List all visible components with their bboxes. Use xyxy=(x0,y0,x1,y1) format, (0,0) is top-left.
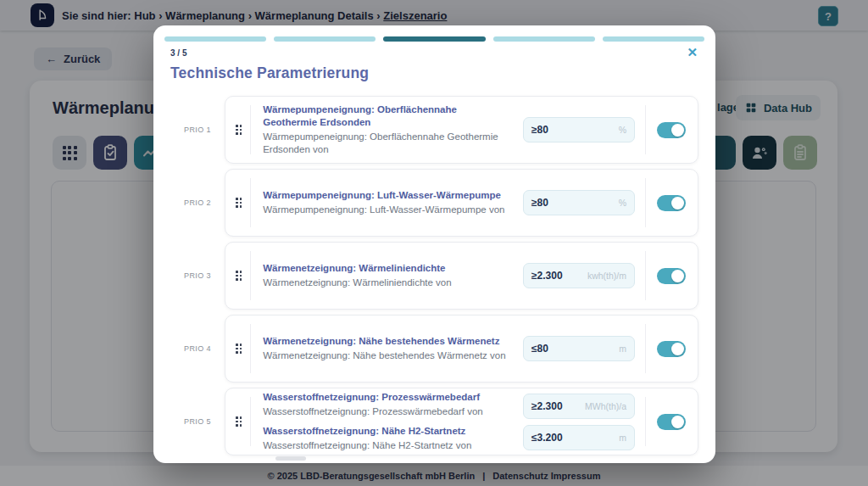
card-divider xyxy=(645,397,646,446)
parameter-text: Wärmenetzeignung: WärmeliniendichteWärme… xyxy=(251,262,523,289)
toggle-knob xyxy=(671,416,684,428)
progress-segment xyxy=(274,36,376,42)
handle-dot xyxy=(240,198,242,200)
parameter-card: Wärmepumpeneignung: Luft-Wasser-Wärmepum… xyxy=(225,169,698,237)
progress-segment xyxy=(164,36,266,42)
parameter-group: Wärmepumpeneignung: Oberflächennahe Geot… xyxy=(263,103,511,157)
handle-dot xyxy=(240,421,242,423)
threshold-input[interactable]: ≤80m xyxy=(523,336,635,361)
handle-dot xyxy=(236,202,238,204)
handle-dot xyxy=(240,278,242,281)
drag-handle-icon[interactable] xyxy=(236,125,242,135)
handle-dot xyxy=(236,344,238,346)
parameter-text: Wärmepumpeneignung: Oberflächennahe Geot… xyxy=(251,103,523,157)
handle-dot xyxy=(240,205,242,208)
threshold-value: ≥2.300 xyxy=(531,270,563,282)
handle-dot xyxy=(236,198,238,200)
card-divider xyxy=(645,178,646,227)
parameter-subtitle: Wärmepumpeneignung: Luft-Wasser-Wärmepum… xyxy=(263,204,511,216)
threshold-unit: kwh(th)/m xyxy=(587,271,626,281)
threshold-unit: m xyxy=(619,344,626,354)
parameter-inputs: ≥2.300kwh(th)/m xyxy=(523,263,635,288)
parameter-card: Wärmenetzeignung: WärmeliniendichteWärme… xyxy=(225,242,698,310)
handle-dot xyxy=(240,271,242,273)
toggle-switch[interactable] xyxy=(657,122,686,138)
threshold-unit: m xyxy=(619,433,626,443)
parameter-row: PRIO 2Wärmepumpeneignung: Luft-Wasser-Wä… xyxy=(170,169,698,237)
toggle-switch[interactable] xyxy=(657,268,686,284)
toggle-switch[interactable] xyxy=(657,341,686,357)
scrollbar-thumb[interactable] xyxy=(275,456,306,461)
threshold-value: ≥2.300 xyxy=(531,400,563,412)
threshold-value: ≥80 xyxy=(531,124,548,136)
parameter-subtitle: Wasserstoffnetzeignung: Nähe H2-Startnet… xyxy=(263,439,511,452)
parameter-group: Wärmepumpeneignung: Luft-Wasser-Wärmepum… xyxy=(263,189,511,216)
card-divider xyxy=(645,324,646,373)
threshold-input[interactable]: ≥2.300MWh(th)/a xyxy=(523,394,635,419)
parameter-title: Wasserstoffnetzeignung: Prozesswärmebeda… xyxy=(263,391,511,404)
handle-dot xyxy=(240,275,242,277)
prio-label: PRIO 5 xyxy=(170,417,225,426)
drag-handle-icon[interactable] xyxy=(236,271,242,281)
handle-dot xyxy=(240,416,242,419)
parameter-group: Wärmenetzeignung: WärmeliniendichteWärme… xyxy=(263,262,511,289)
handle-dot xyxy=(236,278,238,281)
handle-dot xyxy=(240,424,242,427)
handle-dot xyxy=(240,129,242,131)
parameter-card: Wärmenetzeignung: Nähe bestehendes Wärme… xyxy=(225,315,698,383)
handle-dot xyxy=(240,351,242,354)
handle-dot xyxy=(236,424,238,427)
prio-label: PRIO 4 xyxy=(170,344,225,353)
handle-dot xyxy=(236,125,238,127)
parameter-row: PRIO 5Wasserstoffnetzeignung: Prozesswär… xyxy=(170,388,698,455)
threshold-input[interactable]: ≥80% xyxy=(523,117,635,142)
parameter-row: PRIO 4Wärmenetzeignung: Nähe bestehendes… xyxy=(170,315,698,383)
toggle-switch[interactable] xyxy=(657,195,686,211)
threshold-input[interactable]: ≤3.200m xyxy=(523,425,635,450)
parameter-card: Wärmepumpeneignung: Oberflächennahe Geot… xyxy=(225,96,698,164)
handle-dot xyxy=(240,344,242,346)
toggle-switch[interactable] xyxy=(657,414,686,430)
drag-handle-icon[interactable] xyxy=(236,198,242,208)
threshold-value: ≤3.200 xyxy=(531,432,563,444)
parameter-row: PRIO 1Wärmepumpeneignung: Oberflächennah… xyxy=(170,96,698,164)
handle-dot xyxy=(236,351,238,354)
prio-label: PRIO 2 xyxy=(170,198,225,207)
step-indicator: 3 / 5 xyxy=(170,48,186,58)
threshold-unit: MWh(th)/a xyxy=(585,401,626,411)
prio-label: PRIO 3 xyxy=(170,271,225,280)
toggle-knob xyxy=(671,124,684,137)
parameter-subtitle: Wärmenetzeignung: Nähe bestehendes Wärme… xyxy=(263,349,511,362)
parameter-title: Wärmepumpeneignung: Luft-Wasser-Wärmepum… xyxy=(263,189,511,202)
drag-handle-icon[interactable] xyxy=(236,344,242,354)
drag-handle-icon[interactable] xyxy=(236,416,242,427)
toggle-knob xyxy=(671,343,684,355)
handle-dot xyxy=(236,275,238,277)
progress-segment xyxy=(383,36,485,42)
progress-bar xyxy=(164,36,704,42)
card-divider xyxy=(645,251,646,300)
handle-dot xyxy=(240,202,242,204)
handle-dot xyxy=(236,132,238,135)
progress-segment xyxy=(603,36,704,42)
parameter-title: Wärmepumpeneignung: Oberflächennahe Geot… xyxy=(263,103,511,129)
parameter-title: Wärmenetzeignung: Wärmeliniendichte xyxy=(263,262,511,275)
handle-dot xyxy=(240,132,242,135)
parameter-text: Wärmepumpeneignung: Luft-Wasser-Wärmepum… xyxy=(251,189,523,216)
threshold-input[interactable]: ≥2.300kwh(th)/m xyxy=(523,263,635,288)
threshold-input[interactable]: ≥80% xyxy=(523,190,635,215)
parameter-inputs: ≤80m xyxy=(523,336,635,361)
prio-label: PRIO 1 xyxy=(170,126,225,134)
handle-dot xyxy=(236,271,238,273)
parameter-group: Wärmenetzeignung: Nähe bestehendes Wärme… xyxy=(263,335,511,362)
handle-dot xyxy=(236,416,238,419)
toggle-knob xyxy=(671,270,684,282)
parameter-rows: PRIO 1Wärmepumpeneignung: Oberflächennah… xyxy=(170,96,698,455)
handle-dot xyxy=(236,348,238,350)
threshold-value: ≤80 xyxy=(531,343,548,355)
threshold-value: ≥80 xyxy=(531,197,548,209)
threshold-unit: % xyxy=(619,198,626,208)
close-icon[interactable]: ✕ xyxy=(687,45,698,60)
handle-dot xyxy=(236,205,238,208)
parameter-group: Wasserstoffnetzeignung: Nähe H2-Startnet… xyxy=(263,425,511,452)
